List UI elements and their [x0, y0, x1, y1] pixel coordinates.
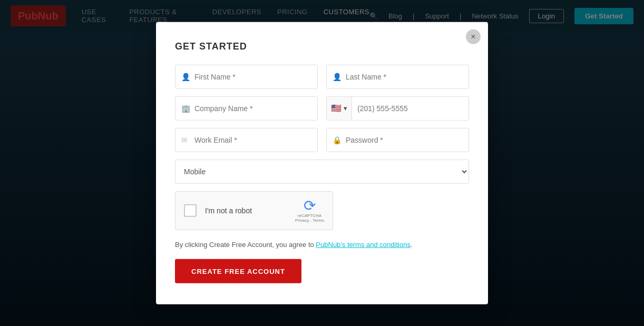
phone-input[interactable]: [352, 96, 469, 120]
chevron-down-icon: ▾: [344, 104, 347, 112]
phone-flag[interactable]: 🇺🇸 ▾: [327, 96, 352, 120]
email-password-row: ✉ 🔒: [175, 127, 469, 152]
flag-emoji: 🇺🇸: [331, 103, 341, 113]
modal-title: GET STARTED: [175, 41, 469, 52]
terms-before: By clicking Create Free Account, you agr…: [175, 240, 316, 248]
recaptcha-links: Privacy - Terms: [295, 218, 324, 222]
name-row: 👤 👤: [175, 64, 469, 88]
privacy-link[interactable]: Privacy: [295, 218, 309, 222]
terms-link-captcha[interactable]: Terms: [313, 218, 324, 222]
password-input[interactable]: [326, 127, 469, 152]
company-phone-row: 🏢 🇺🇸 ▾: [175, 96, 469, 120]
company-name-field: 🏢: [175, 96, 318, 120]
first-name-field: 👤: [175, 64, 318, 88]
person-icon: 👤: [181, 72, 190, 81]
recaptcha-icon: ⟳: [304, 198, 316, 213]
phone-field: 🇺🇸 ▾: [326, 96, 469, 120]
recaptcha-brand: reCAPTCHA: [298, 213, 321, 218]
work-email-input[interactable]: [175, 127, 318, 152]
company-name-input[interactable]: [175, 96, 318, 120]
terms-and-conditions-link[interactable]: PubNub's terms and conditions: [316, 240, 411, 248]
recaptcha-widget: I'm not a robot ⟳ reCAPTCHA Privacy - Te…: [175, 191, 333, 230]
lock-icon: 🔒: [333, 135, 341, 144]
captcha-checkbox[interactable]: [184, 204, 197, 216]
last-name-field: 👤: [326, 64, 469, 88]
person-icon-2: 👤: [333, 72, 341, 81]
terms-after: .: [411, 240, 413, 248]
work-email-field: ✉: [175, 127, 318, 152]
recaptcha-logo: ⟳ reCAPTCHA Privacy - Terms: [295, 198, 324, 222]
first-name-input[interactable]: [175, 64, 318, 88]
email-icon: ✉: [181, 135, 188, 144]
close-button[interactable]: ×: [466, 29, 481, 44]
building-icon: 🏢: [181, 104, 190, 112]
last-name-input[interactable]: [326, 64, 469, 88]
phone-wrapper: 🇺🇸 ▾: [326, 96, 469, 120]
password-field: 🔒: [326, 127, 469, 152]
modal-dialog: × GET STARTED 👤 👤 🏢 🇺🇸 ▾: [156, 22, 488, 304]
captcha-label: I'm not a robot: [205, 206, 287, 214]
use-case-select[interactable]: MobileWebIoTGamingOther: [175, 159, 469, 183]
create-account-button[interactable]: CREATE FREE ACCOUNT: [175, 259, 301, 283]
terms-text: By clicking Create Free Account, you agr…: [175, 239, 469, 250]
